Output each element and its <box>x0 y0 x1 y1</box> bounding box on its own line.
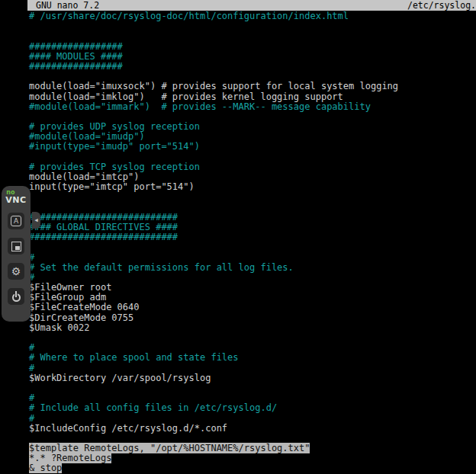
line-text: #module(load="imudp") <box>29 131 145 142</box>
vnc-screen: GNU nano 7.2 /etc/rsyslog. # /usr/share/… <box>0 0 476 474</box>
selected-text: $template RemoteLogs, "/opt/%HOSTNAME%/r… <box>29 443 310 453</box>
gear-icon: ⚙ <box>11 266 21 277</box>
line-text: ################# <box>29 61 123 72</box>
line-text: # provides TCP syslog reception <box>29 162 200 172</box>
nano-titlebar: GNU nano 7.2 /etc/rsyslog. <box>27 0 476 11</box>
selected-text: *.* ?RemoteLogs <box>29 453 111 463</box>
line-text: ################# <box>29 41 123 52</box>
terminal-line: & stop <box>29 463 476 473</box>
terminal-editor-area[interactable]: # /usr/share/doc/rsyslog-doc/html/config… <box>29 11 476 474</box>
line-text: module(load="imtcp") <box>29 171 140 182</box>
terminal-line: input(type="imtcp" port="514") <box>29 182 476 192</box>
control-bar-handle[interactable]: ◀ <box>32 212 40 229</box>
power-button[interactable] <box>8 288 24 305</box>
terminal-line: #input(type="imudp" port="514") <box>29 142 476 152</box>
terminal-line <box>29 242 476 252</box>
selected-text: & stop <box>29 463 62 473</box>
line-text: $FileOwner root <box>29 282 111 293</box>
line-text: # /usr/share/doc/rsyslog-doc/html/config… <box>29 11 349 21</box>
nano-app-version: GNU nano 7.2 <box>27 0 99 11</box>
terminal-line: #module(load="immark") # provides --MARK… <box>29 102 476 112</box>
line-text: $FileCreateMode 0640 <box>29 302 140 312</box>
novnc-logo: no VNC <box>5 190 26 204</box>
terminal-line: $DirCreateMode 0755 <box>29 313 476 323</box>
line-text: $IncludeConfig /etc/rsyslog.d/*.conf <box>29 423 227 434</box>
settings-button[interactable]: ⚙ <box>8 263 24 280</box>
terminal-line: # Where to place spool and state files <box>29 353 476 363</box>
line-text: $DirCreateMode 0755 <box>29 312 133 323</box>
line-text: # <box>29 363 34 373</box>
line-text: module(load="imuxsock") # provides suppo… <box>29 81 398 91</box>
terminal-line <box>29 333 476 343</box>
terminal-line <box>29 21 476 31</box>
line-text: #### MODULES #### <box>29 51 123 62</box>
line-text: ########################### <box>29 212 178 223</box>
line-text: $Umask 0022 <box>29 322 89 333</box>
line-text: # Include all config files in /etc/rsysl… <box>29 402 277 413</box>
line-text: #module(load="immark") # provides --MARK… <box>29 101 371 112</box>
fullscreen-icon <box>11 242 21 251</box>
extra-keys-button[interactable]: A <box>8 213 24 229</box>
terminal-line: # Include all config files in /etc/rsysl… <box>29 403 476 413</box>
novnc-control-bar: no VNC ◀ A ⚙ <box>2 186 31 322</box>
line-text: $FileGroup adm <box>29 292 106 303</box>
power-icon <box>12 293 21 302</box>
collapse-arrow-icon: ◀ <box>34 217 37 223</box>
terminal-line: ################# <box>29 62 476 72</box>
terminal-line: *.* ?RemoteLogs <box>29 453 476 463</box>
terminal-line <box>29 192 476 202</box>
line-text: $WorkDirectory /var/spool/rsyslog <box>29 373 211 383</box>
line-text: input(type="imtcp" port="514") <box>29 181 195 192</box>
line-text: #input(type="imudp" port="514") <box>29 141 200 152</box>
nano-filename: /etc/rsyslog. <box>407 0 476 11</box>
line-text: module(load="imklog") # provides kernel … <box>29 91 343 102</box>
line-text: # <box>29 413 34 424</box>
keyboard-a-icon: A <box>11 216 21 226</box>
novnc-logo-vnc: VNC <box>5 196 26 204</box>
line-text: # <box>29 392 34 403</box>
fullscreen-button[interactable] <box>8 238 24 255</box>
terminal-line <box>29 383 476 393</box>
line-text: # Set the default permissions for all lo… <box>29 262 294 273</box>
line-text: ########################### <box>29 232 178 242</box>
line-text: #### GLOBAL DIRECTIVES #### <box>29 222 178 232</box>
terminal-line: ########################### <box>29 232 476 242</box>
terminal-line: # /usr/share/doc/rsyslog-doc/html/config… <box>29 11 476 21</box>
line-text: # Where to place spool and state files <box>29 352 239 363</box>
line-text: # provides UDP syslog reception <box>29 121 200 132</box>
terminal-line: $Umask 0022 <box>29 323 476 333</box>
line-text: # <box>29 342 34 353</box>
terminal-line: # Set the default permissions for all lo… <box>29 263 476 273</box>
terminal-line: $IncludeConfig /etc/rsyslog.d/*.conf <box>29 424 476 434</box>
terminal-line: $WorkDirectory /var/spool/rsyslog <box>29 373 476 383</box>
